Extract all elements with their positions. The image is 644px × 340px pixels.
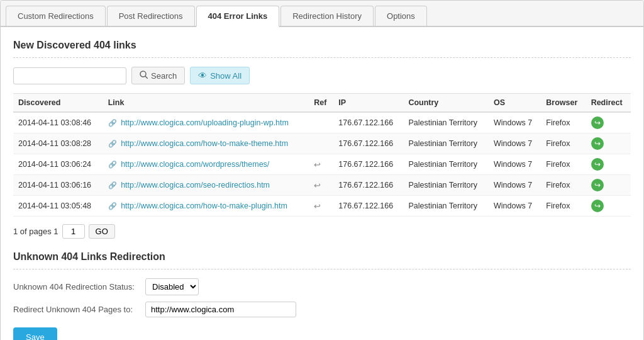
cell-os: Windows 7 [489,112,541,133]
col-os: OS [489,94,541,113]
col-link: Link [103,94,309,113]
col-browser: Browser [541,94,586,113]
cell-country: Palestinian Territory [403,133,489,154]
tab-post-redirections[interactable]: Post Redirections [107,6,195,26]
col-ref: Ref [309,94,333,113]
cell-os: Windows 7 [489,133,541,154]
ref-icon: ↩ [314,201,321,211]
eye-icon: 👁 [198,71,207,81]
link-icon: 🔗 [108,119,117,127]
cell-link: 🔗 http://www.clogica.com/wordpress/theme… [103,154,309,175]
tab-custom-redirections[interactable]: Custom Redirections [6,6,106,26]
cell-ref [309,133,333,154]
table-row: 2014-04-11 03:06:16 🔗 http://www.clogica… [13,175,631,196]
redirect-button[interactable]: ↪ [591,200,604,212]
status-select[interactable]: Disabled Enabled [145,278,199,295]
cell-country: Palestinian Territory [403,175,489,196]
tab-options[interactable]: Options [375,6,427,26]
cell-os: Windows 7 [489,154,541,175]
pagination-text: 1 of pages 1 [13,227,58,236]
redirect-button[interactable]: ↪ [591,179,604,191]
link-icon: 🔗 [108,181,117,189]
search-bar: Search 👁 Show All [13,67,631,84]
ref-icon: ↩ [314,160,321,169]
cell-ref: ↩ [309,154,333,175]
table-header: Discovered Link Ref IP Country OS Browse… [13,94,631,113]
cell-ip: 176.67.122.166 [333,133,403,154]
cell-link: 🔗 http://www.clogica.com/uploading-plugi… [103,112,309,133]
cell-redirect: ↪ [586,154,631,175]
cell-country: Palestinian Territory [403,154,489,175]
section2-title: Unknown 404 Links Redirection [13,251,631,263]
tab-bar: Custom Redirections Post Redirections 40… [1,1,643,27]
redirect-button[interactable]: ↪ [591,158,604,171]
cell-redirect: ↪ [586,196,631,217]
cell-discovered: 2014-04-11 03:06:24 [13,154,103,175]
cell-browser: Firefox [541,154,586,175]
table-row: 2014-04-11 03:08:46 🔗 http://www.clogica… [13,112,631,133]
link-url[interactable]: http://www.clogica.com/how-to-make-plugi… [121,201,287,210]
cell-ref: ↩ [309,196,333,217]
table-row: 2014-04-11 03:05:48 🔗 http://www.clogica… [13,196,631,217]
redirect-button[interactable]: ↪ [591,137,604,150]
links-table: Discovered Link Ref IP Country OS Browse… [13,93,631,217]
cell-browser: Firefox [541,133,586,154]
cell-country: Palestinian Territory [403,196,489,217]
status-label: Unknown 404 Redirection Status: [13,282,139,292]
link-icon: 🔗 [108,161,117,168]
cell-ip: 176.67.122.166 [333,175,403,196]
cell-redirect: ↪ [586,112,631,133]
cell-discovered: 2014-04-11 03:05:48 [13,196,103,217]
svg-line-1 [145,76,148,79]
section1-divider [13,57,631,58]
cell-browser: Firefox [541,196,586,217]
col-ip: IP [333,94,403,113]
cell-link: 🔗 http://www.clogica.com/how-to-make-the… [103,133,309,154]
section1-title: New Discovered 404 links [13,40,631,51]
search-button[interactable]: Search [131,67,185,84]
main-content: New Discovered 404 links Search 👁 Show A… [1,27,643,340]
redirect-button[interactable]: ↪ [591,116,604,129]
search-input[interactable] [13,67,126,84]
table-row: 2014-04-11 03:06:24 🔗 http://www.clogica… [13,154,631,175]
page-number-input[interactable] [62,224,85,239]
redirect-url-input[interactable] [145,302,296,317]
go-button[interactable]: GO [89,224,115,239]
tab-404-error-links[interactable]: 404 Error Links [196,6,280,27]
cell-discovered: 2014-04-11 03:08:46 [13,112,103,133]
svg-point-0 [140,71,146,77]
cell-browser: Firefox [541,175,586,196]
table-body: 2014-04-11 03:08:46 🔗 http://www.clogica… [13,112,631,217]
link-url[interactable]: http://www.clogica.com/wordpress/themes/ [121,160,269,169]
cell-ip: 176.67.122.166 [333,154,403,175]
cell-discovered: 2014-04-11 03:06:16 [13,175,103,196]
col-discovered: Discovered [13,94,103,113]
main-container: Custom Redirections Post Redirections 40… [0,0,644,340]
col-redirect: Redirect [586,94,631,113]
pagination: 1 of pages 1 GO [13,224,631,239]
cell-country: Palestinian Territory [403,112,489,133]
cell-redirect: ↪ [586,133,631,154]
redirect-label: Redirect Unknown 404 Pages to: [13,305,139,314]
show-all-label: Show All [210,71,242,81]
link-icon: 🔗 [108,202,117,210]
show-all-button[interactable]: 👁 Show All [190,67,250,84]
link-icon: 🔗 [108,140,117,147]
tab-redirection-history[interactable]: Redirection History [280,6,374,26]
link-url[interactable]: http://www.clogica.com/uploading-plugin-… [121,118,289,127]
link-url[interactable]: http://www.clogica.com/how-to-make-theme… [121,139,288,148]
cell-ip: 176.67.122.166 [333,196,403,217]
search-icon [140,71,148,81]
cell-redirect: ↪ [586,175,631,196]
search-button-label: Search [151,71,177,81]
cell-os: Windows 7 [489,196,541,217]
save-button[interactable]: Save [13,327,57,340]
redirect-row: Redirect Unknown 404 Pages to: [13,302,631,317]
status-row: Unknown 404 Redirection Status: Disabled… [13,278,631,295]
cell-discovered: 2014-04-11 03:08:28 [13,133,103,154]
link-url[interactable]: http://www.clogica.com/seo-redirectios.h… [121,181,270,190]
cell-ref [309,112,333,133]
cell-ip: 176.67.122.166 [333,112,403,133]
cell-ref: ↩ [309,175,333,196]
ref-icon: ↩ [314,181,321,190]
